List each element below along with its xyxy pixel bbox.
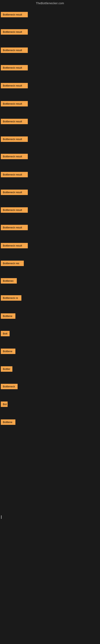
bottleneck-result-item[interactable]: Bottlene — [1, 348, 15, 354]
bottleneck-result-item[interactable]: Bottleneck result — [1, 225, 28, 230]
bottleneck-result-item[interactable]: Bottleneck — [1, 384, 18, 389]
bottleneck-result-item[interactable]: Bottleneck result — [1, 243, 28, 248]
bottleneck-result-item[interactable]: Bottlene — [1, 313, 15, 319]
bottleneck-result-item[interactable]: Bottleneck result — [1, 154, 28, 159]
bottleneck-result-item[interactable]: Bottler — [1, 366, 12, 372]
bottleneck-result-item[interactable]: Bott — [1, 331, 10, 336]
bottleneck-result-item[interactable]: Bottleneck result — [1, 136, 28, 142]
bottleneck-result-item[interactable]: Bottleneck result — [1, 172, 28, 177]
site-title: TheBottlenecker.com — [0, 0, 100, 6]
text-cursor: | — [1, 515, 2, 519]
bottleneck-result-item[interactable]: Bottleneck result — [1, 12, 28, 17]
bottleneck-result-item[interactable]: Bottlene — [1, 420, 15, 425]
items-container: Bottleneck resultBottleneck resultBottle… — [0, 6, 100, 640]
bottleneck-result-item[interactable]: Bottleneck result — [1, 48, 28, 53]
bottleneck-result-item[interactable]: Bottleneck result — [1, 190, 28, 195]
bottleneck-result-item[interactable]: Bottleneck result — [1, 119, 28, 124]
bottleneck-result-item[interactable]: Bottleneck result — [1, 65, 28, 70]
bottleneck-result-item[interactable]: Bottleneck re — [1, 295, 21, 301]
bottleneck-result-item[interactable]: Bottleneck result — [1, 101, 28, 106]
bottleneck-result-item[interactable]: Bottlenec — [1, 278, 17, 284]
bottleneck-result-item[interactable]: Bot — [1, 402, 8, 407]
bottleneck-result-item[interactable]: Bottleneck res — [1, 260, 24, 266]
bottleneck-result-item[interactable]: Bottleneck result — [1, 29, 28, 34]
bottleneck-result-item[interactable]: Bottleneck result — [1, 207, 28, 213]
bottleneck-result-item[interactable]: Bottleneck result — [1, 83, 28, 88]
